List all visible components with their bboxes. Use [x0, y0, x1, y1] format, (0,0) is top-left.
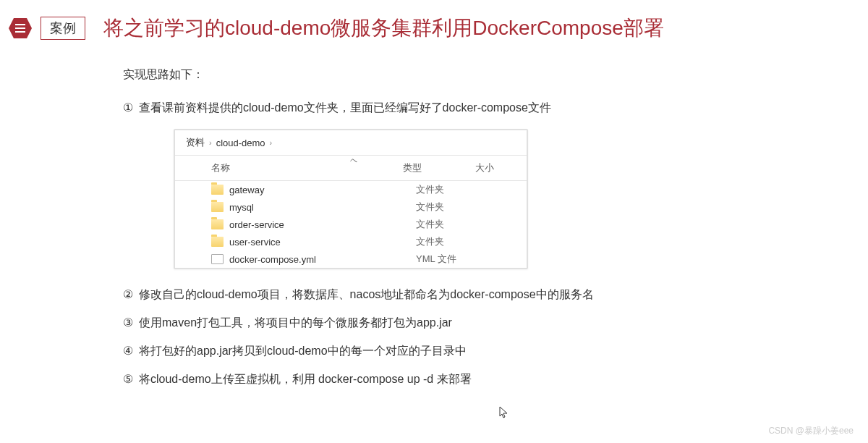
step-3: ③ 使用maven打包工具，将项目中的每个微服务都打包为app.jar: [123, 316, 868, 331]
folder-icon: [211, 185, 224, 195]
file-type: 文件夹: [416, 218, 444, 231]
step-5: ⑤ 将cloud-demo上传至虚拟机，利用 docker-compose up…: [123, 372, 868, 387]
file-row: mysql文件夹: [175, 198, 527, 216]
slide-title: 将之前学习的cloud-demo微服务集群利用DockerCompose部署: [103, 14, 664, 42]
file-row: order-service文件夹: [175, 216, 527, 233]
file-row: gateway文件夹: [175, 181, 527, 198]
step-number: ④: [123, 344, 133, 358]
chevron-right-icon: ›: [209, 138, 212, 147]
step-text: 查看课前资料提供的cloud-demo文件夹，里面已经编写好了docker-co…: [139, 101, 551, 116]
file-row: docker-compose.ymlYML 文件: [175, 250, 527, 268]
step-1: ① 查看课前资料提供的cloud-demo文件夹，里面已经编写好了docker-…: [123, 101, 868, 116]
file-type: 文件夹: [416, 183, 444, 196]
breadcrumb-part: 资料: [186, 136, 205, 149]
file-name: docker-compose.yml: [229, 254, 416, 265]
watermark: CSDN @暴躁小姜eee: [768, 425, 854, 437]
step-text: 将打包好的app.jar拷贝到cloud-demo中的每一个对应的子目录中: [139, 344, 467, 359]
step-4: ④ 将打包好的app.jar拷贝到cloud-demo中的每一个对应的子目录中: [123, 344, 868, 359]
step-number: ②: [123, 287, 133, 301]
step-text: 将cloud-demo上传至虚拟机，利用 docker-compose up -…: [139, 372, 472, 387]
chevron-right-icon: ›: [270, 138, 273, 147]
sort-indicator-icon: ヘ: [350, 156, 357, 166]
breadcrumb-part: cloud-demo: [216, 138, 265, 148]
badge-label: 案例: [41, 17, 85, 40]
column-name: 名称: [211, 161, 403, 174]
column-type: 类型: [403, 161, 475, 174]
list-hexagon-icon: [7, 15, 33, 41]
cursor-icon: [499, 406, 509, 421]
badge-group: 案例: [7, 15, 85, 41]
intro-text: 实现思路如下：: [123, 67, 868, 83]
step-number: ⑤: [123, 372, 133, 386]
file-name: gateway: [229, 185, 416, 195]
svg-rect-3: [15, 31, 25, 33]
file-browser-window: 资料 › cloud-demo › ヘ 名称 类型 大小 gateway文件夹m…: [174, 129, 528, 269]
step-number: ①: [123, 101, 133, 114]
step-text: 修改自己的cloud-demo项目，将数据库、nacos地址都命名为docker…: [139, 287, 594, 303]
file-name: order-service: [229, 219, 416, 230]
svg-rect-1: [15, 24, 25, 25]
file-type: 文件夹: [416, 201, 444, 214]
slide-content: 实现思路如下： ① 查看课前资料提供的cloud-demo文件夹，里面已经编写好…: [123, 67, 868, 387]
file-type: YML 文件: [416, 253, 456, 266]
slide-header: 案例 将之前学习的cloud-demo微服务集群利用DockerCompose部…: [7, 14, 868, 42]
step-text: 使用maven打包工具，将项目中的每个微服务都打包为app.jar: [139, 316, 452, 331]
folder-icon: [211, 202, 224, 212]
file-icon: [211, 254, 224, 264]
step-2: ② 修改自己的cloud-demo项目，将数据库、nacos地址都命名为dock…: [123, 287, 868, 303]
folder-icon: [211, 237, 224, 247]
file-type: 文件夹: [416, 235, 444, 248]
file-name: user-service: [229, 237, 416, 248]
svg-rect-2: [15, 28, 25, 29]
column-size: 大小: [475, 161, 516, 174]
breadcrumb: 资料 › cloud-demo ›: [175, 130, 527, 156]
folder-icon: [211, 219, 224, 229]
file-name: mysql: [229, 202, 416, 213]
step-number: ③: [123, 316, 133, 329]
file-row: user-service文件夹: [175, 233, 527, 250]
